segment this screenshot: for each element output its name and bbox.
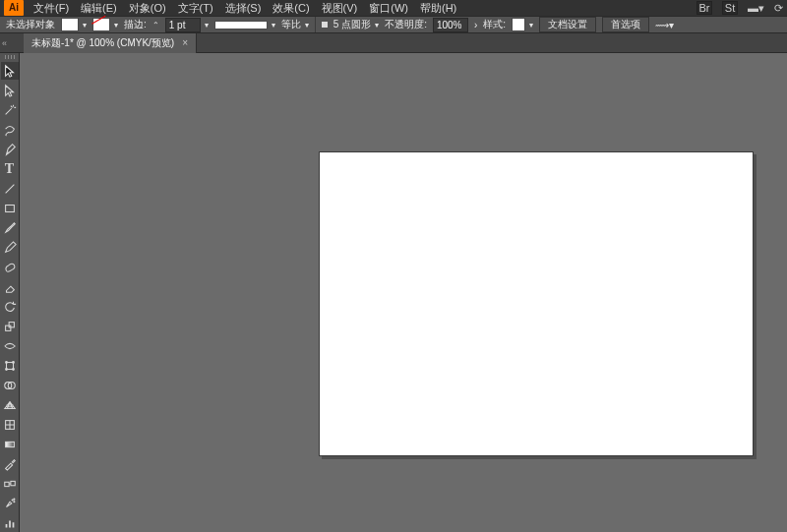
menu-view[interactable]: 视图(V): [316, 1, 364, 16]
align-icon[interactable]: ⟿▾: [655, 20, 674, 30]
svg-rect-0: [5, 206, 14, 212]
menu-help[interactable]: 帮助(H): [414, 1, 462, 16]
stock-icon[interactable]: St: [722, 1, 738, 15]
canvas-area[interactable]: [20, 53, 787, 532]
toolbox: T ▾: [0, 53, 20, 532]
brush-bullet-icon: [322, 22, 328, 28]
svg-rect-13: [10, 481, 14, 485]
svg-point-16: [13, 502, 14, 502]
svg-point-14: [12, 500, 13, 501]
style-dropdown[interactable]: ▾: [529, 21, 533, 30]
lasso-tool[interactable]: [1, 121, 19, 139]
blend-tool[interactable]: [1, 475, 19, 493]
uniform-dropdown[interactable]: ▾: [272, 21, 275, 30]
document-tab-title: 未标题-1* @ 100% (CMYK/预览): [31, 36, 174, 50]
sync-icon[interactable]: ⟳: [774, 2, 783, 15]
pen-tool[interactable]: [1, 141, 19, 158]
stroke-label: 描边:: [124, 18, 147, 31]
preferences-button[interactable]: 首选项: [602, 17, 649, 32]
mesh-tool[interactable]: [1, 416, 19, 434]
work-area: T ▾: [0, 53, 787, 532]
variable-width-dropdown[interactable]: ▾: [305, 21, 309, 30]
stroke-profile-preview[interactable]: [214, 21, 268, 30]
type-tool[interactable]: T: [1, 160, 19, 178]
opacity-label: 不透明度:: [385, 18, 427, 31]
menu-window[interactable]: 窗口(W): [363, 1, 414, 16]
scale-tool[interactable]: [1, 318, 19, 335]
menubar: Ai 文件(F) 编辑(E) 对象(O) 文字(T) 选择(S) 效果(C) 视…: [0, 0, 787, 16]
selection-tool[interactable]: [1, 62, 19, 80]
rectangle-tool[interactable]: [1, 200, 19, 217]
rotate-tool[interactable]: [1, 298, 19, 316]
svg-rect-11: [5, 442, 14, 446]
column-graph-tool[interactable]: [1, 514, 19, 532]
perspective-grid-tool[interactable]: [1, 396, 19, 414]
stroke-value-decrement[interactable]: ⌃: [152, 21, 159, 30]
free-transform-tool[interactable]: [1, 357, 19, 375]
svg-rect-2: [9, 323, 14, 327]
doc-setup-button[interactable]: 文档设置: [539, 17, 596, 32]
stroke-value-input[interactable]: [165, 18, 201, 32]
line-tool[interactable]: [1, 180, 19, 198]
tab-close-button[interactable]: ×: [182, 37, 188, 48]
app-logo: Ai: [4, 0, 24, 16]
fill-dropdown-icon[interactable]: ▾: [83, 21, 87, 30]
eraser-tool[interactable]: [1, 278, 19, 296]
separator: [315, 17, 316, 32]
opacity-slider-icon[interactable]: ›: [474, 20, 477, 30]
direct-selection-tool[interactable]: [1, 82, 19, 99]
magic-wand-tool[interactable]: [1, 101, 19, 119]
gradient-tool[interactable]: [1, 436, 19, 453]
brush-dropdown[interactable]: ▾: [375, 21, 379, 30]
svg-rect-3: [6, 363, 13, 370]
toolbox-grip[interactable]: [4, 55, 16, 59]
tab-scroll-icon[interactable]: «: [2, 38, 7, 48]
stroke-swatch[interactable]: [92, 18, 110, 31]
document-tabstrip: « 未标题-1* @ 100% (CMYK/预览) ×: [0, 33, 787, 53]
arrange-icon[interactable]: ▬▾: [748, 2, 764, 15]
shape-builder-tool[interactable]: [1, 377, 19, 394]
svg-rect-1: [5, 325, 10, 330]
symbol-sprayer-tool[interactable]: [1, 495, 19, 512]
menu-file[interactable]: 文件(F): [28, 1, 75, 16]
paintbrush-tool[interactable]: [1, 219, 19, 237]
menu-select[interactable]: 选择(S): [219, 1, 268, 16]
stroke-dropdown-icon[interactable]: ▾: [114, 21, 118, 30]
svg-point-15: [13, 499, 14, 500]
svg-rect-12: [4, 482, 8, 486]
bridge-icon[interactable]: Br: [696, 1, 712, 15]
brush-profile-label[interactable]: 5 点圆形: [333, 18, 371, 31]
stroke-value-dropdown[interactable]: ▾: [205, 21, 209, 30]
menu-type[interactable]: 文字(T): [172, 1, 219, 16]
uniform-label: 等比: [281, 18, 301, 31]
fill-swatch[interactable]: [61, 18, 79, 31]
menu-object[interactable]: 对象(O): [123, 1, 172, 16]
eyedropper-tool[interactable]: [1, 455, 19, 473]
blob-brush-tool[interactable]: [1, 259, 19, 276]
no-selection-label: 未选择对象: [6, 18, 55, 31]
pencil-tool[interactable]: [1, 239, 19, 257]
menu-edit[interactable]: 编辑(E): [75, 1, 123, 16]
artboard[interactable]: [319, 151, 754, 456]
style-label: 样式:: [483, 18, 506, 31]
opacity-input[interactable]: [433, 18, 468, 32]
menu-effect[interactable]: 效果(C): [267, 1, 315, 16]
options-bar: 未选择对象 ▾ ▾ 描边: ⌃ ▾ ▾ 等比▾ 5 点圆形▾ 不透明度: › 样…: [0, 16, 787, 33]
style-swatch[interactable]: [512, 18, 525, 31]
document-tab[interactable]: 未标题-1* @ 100% (CMYK/预览) ×: [24, 33, 197, 53]
width-tool[interactable]: [1, 337, 19, 355]
